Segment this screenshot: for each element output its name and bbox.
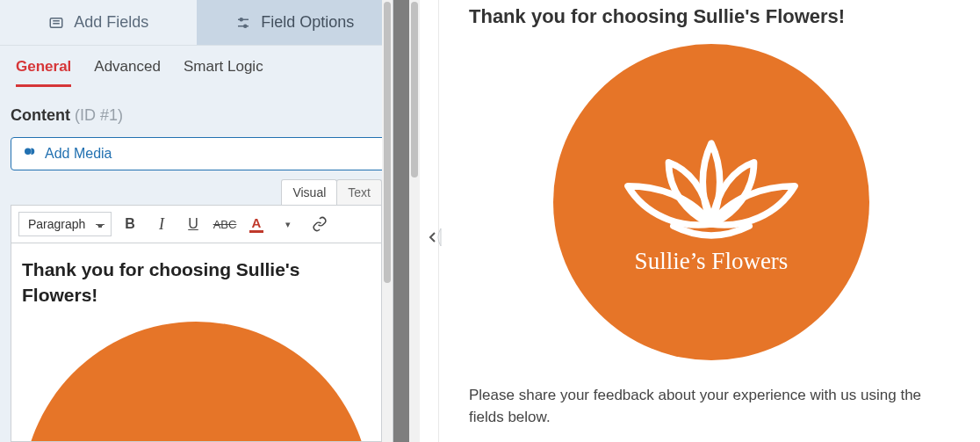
add-fields-icon bbox=[47, 14, 65, 32]
subtab-general[interactable]: General bbox=[16, 58, 71, 87]
field-label-row: Content (ID #1) bbox=[0, 87, 393, 137]
lotus-icon bbox=[91, 434, 300, 442]
sidebar-scrollbar[interactable] bbox=[382, 0, 393, 442]
tab-field-options-label: Field Options bbox=[261, 13, 354, 32]
panel-divider bbox=[393, 0, 439, 442]
tab-add-fields-label: Add Fields bbox=[74, 13, 148, 32]
editor-tab-visual[interactable]: Visual bbox=[281, 179, 337, 205]
tab-add-fields[interactable]: Add Fields bbox=[0, 0, 197, 45]
editor-tab-text[interactable]: Text bbox=[336, 179, 382, 205]
panel-tabs: Add Fields Field Options bbox=[0, 0, 393, 46]
svg-point-7 bbox=[25, 149, 31, 154]
editor-toolbar: Paragraph B I U ABC A ▾ bbox=[11, 205, 382, 243]
text-color-dropdown[interactable]: ▾ bbox=[275, 211, 301, 237]
form-preview: Thank you for choosing Sullie's Flowers!… bbox=[439, 0, 980, 442]
divider-bar[interactable] bbox=[393, 0, 409, 442]
editor-logo bbox=[22, 322, 371, 442]
preview-body-text: Please share your feedback about your ex… bbox=[469, 385, 954, 428]
media-icon bbox=[22, 144, 38, 163]
content-editor[interactable]: Thank you for choosing Sullie's Flowers! bbox=[11, 243, 382, 442]
link-icon bbox=[312, 216, 328, 232]
bold-button[interactable]: B bbox=[117, 211, 143, 237]
subtab-advanced[interactable]: Advanced bbox=[94, 58, 161, 87]
field-label: Content bbox=[11, 106, 70, 124]
preview-scrollbar[interactable] bbox=[409, 0, 420, 442]
svg-point-4 bbox=[240, 18, 242, 20]
preview-heading: Thank you for choosing Sullie's Flowers! bbox=[469, 5, 954, 28]
logo-circle bbox=[22, 322, 371, 442]
preview-logo: Sullie’s Flowers bbox=[469, 44, 954, 360]
strike-button[interactable]: ABC bbox=[212, 211, 238, 237]
field-options-icon bbox=[234, 14, 252, 32]
form-builder-sidebar: Add Fields Field Options General Advance… bbox=[0, 0, 393, 442]
editor-heading: Thank you for choosing Sullie's Flowers! bbox=[22, 257, 371, 308]
link-button[interactable] bbox=[306, 211, 333, 237]
add-media-button[interactable]: Add Media bbox=[11, 137, 393, 170]
svg-point-6 bbox=[244, 25, 247, 27]
collapse-panel-button[interactable] bbox=[420, 225, 444, 250]
text-color-icon: A bbox=[249, 216, 263, 233]
chevron-left-icon bbox=[430, 233, 435, 242]
logo-circle: Sullie’s Flowers bbox=[553, 44, 869, 360]
editor-mode-tabs: Visual Text bbox=[11, 179, 382, 205]
subtab-smart-logic[interactable]: Smart Logic bbox=[184, 58, 263, 87]
underline-button[interactable]: U bbox=[180, 211, 206, 237]
format-select[interactable]: Paragraph bbox=[18, 212, 112, 236]
text-color-button[interactable]: A bbox=[243, 211, 270, 237]
italic-button[interactable]: I bbox=[148, 211, 175, 237]
tab-field-options[interactable]: Field Options bbox=[197, 0, 393, 45]
field-id: (ID #1) bbox=[75, 106, 123, 124]
field-option-subtabs: General Advanced Smart Logic bbox=[0, 46, 393, 87]
logo-text: Sullie’s Flowers bbox=[635, 248, 789, 275]
add-media-label: Add Media bbox=[45, 146, 112, 162]
lotus-icon bbox=[616, 129, 806, 243]
